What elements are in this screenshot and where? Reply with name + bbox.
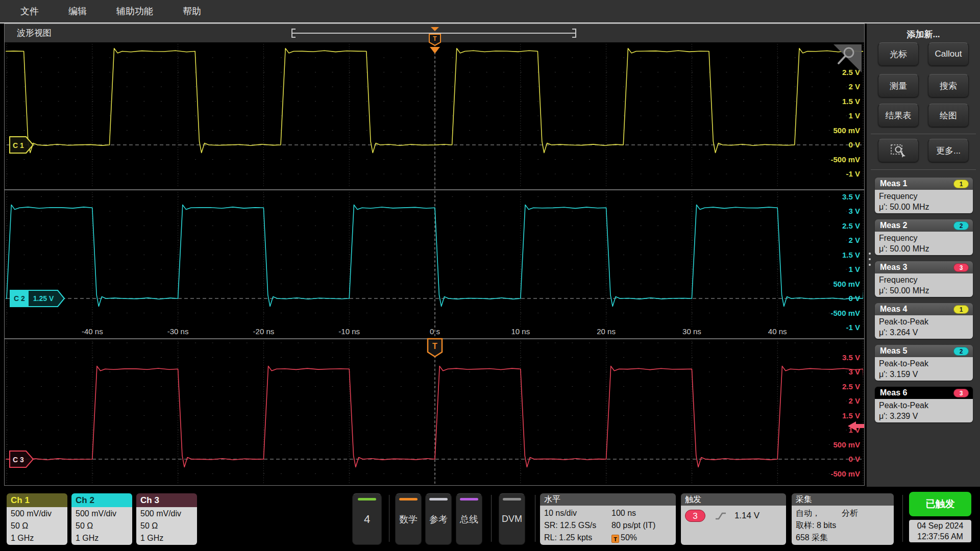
x-axis-label: 20 ns [597, 327, 616, 336]
meas-6-name: Meas 6 [880, 388, 907, 397]
time-text: 12:37:56 AM [909, 531, 971, 542]
ref-button[interactable]: 参考 [425, 493, 452, 545]
dvm-button[interactable]: DVM [499, 493, 525, 545]
x-axis-label: 40 ns [768, 327, 787, 336]
y-axis-label-ch3: -500 mV [830, 469, 860, 478]
y-axis-label-ch2: 1.5 V [842, 251, 860, 259]
y-axis-label-ch1: -500 mV [830, 155, 860, 164]
dvm-color-stripe [503, 498, 521, 500]
horizontal-panel[interactable]: 水平 10 ns/div100 ns SR: 12.5 GS/s80 ps/pt… [540, 493, 676, 545]
meas-2-source-badge: 2 [953, 221, 969, 230]
meas-1-type: Frequency [879, 191, 973, 202]
trigger-position-icon: T [611, 535, 619, 543]
y-axis-label-ch1: 2 V [848, 82, 860, 91]
meas-6-type: Peak-to-Peak [879, 400, 973, 411]
horizontal-scale: 10 ns/div [544, 507, 611, 519]
channel-2-card[interactable]: Ch 2 500 mV/div 50 Ω 1 GHz [71, 493, 132, 545]
separator [902, 495, 903, 542]
meas-4-card[interactable]: Meas 4 1 Peak-to-Peak μ': 3.264 V [875, 303, 973, 339]
meas-5-source-badge: 2 [953, 347, 969, 356]
date-text: 04 Sep 2024 [909, 520, 971, 531]
add-new-title: 添加新... [867, 29, 980, 40]
y-axis-label-ch1: 2.5 V [842, 68, 860, 77]
waveform-plot[interactable]: -40 ns-30 ns-20 ns-10 ns0 s10 ns20 ns30 … [5, 24, 864, 485]
results-table-button[interactable]: 结果表 [878, 104, 919, 127]
triggered-status: 已触发 [909, 492, 971, 516]
slice-divider [5, 189, 864, 190]
y-axis-label-ch2: 2.5 V [842, 221, 860, 230]
right-panel: 添加新... 光标 Callout 测量 搜索 结果表 绘图 更多... Mea… [867, 23, 980, 487]
meas-1-card[interactable]: Meas 1 1 Frequency μ': 50.00 MHz [875, 178, 973, 213]
channel-1-impedance: 50 Ω [11, 520, 67, 532]
menu-file[interactable]: 文件 [20, 5, 39, 17]
channel-4-color-stripe [358, 498, 376, 500]
math-label: 数学 [399, 513, 418, 525]
channel-3-card[interactable]: Ch 3 500 mV/div 50 Ω 1 GHz [136, 493, 197, 545]
menu-bar: 文件 编辑 辅助功能 帮助 [0, 0, 980, 22]
menu-help[interactable]: 帮助 [183, 5, 201, 17]
y-axis-label-ch2: 2 V [848, 236, 860, 244]
bottom-bar: Ch 1 500 mV/div 50 Ω 1 GHz Ch 2 500 mV/d… [0, 487, 980, 551]
math-color-stripe [399, 498, 418, 500]
ref-color-stripe [429, 498, 448, 500]
menu-utility[interactable]: 辅助功能 [116, 5, 153, 17]
channel-3-badge-label: C 3 [13, 456, 24, 464]
channel-3-name: Ch 3 [136, 493, 197, 507]
search-button[interactable]: 搜索 [928, 74, 969, 97]
zoom-select-button[interactable] [878, 139, 919, 162]
trigger-title: 触发 [681, 493, 786, 506]
channel-2-name: Ch 2 [71, 493, 132, 507]
menu-edit[interactable]: 编辑 [68, 5, 87, 17]
meas-6-card[interactable]: Meas 6 3 Peak-to-Peak μ': 3.239 V [875, 387, 973, 422]
x-axis-label: -30 ns [167, 327, 189, 336]
channel-3-bandwidth: 1 GHz [140, 532, 197, 544]
x-axis-label: 10 ns [511, 327, 530, 336]
meas-3-card[interactable]: Meas 3 3 Frequency μ': 50.00 MHz [875, 261, 973, 297]
measure-button[interactable]: 测量 [878, 74, 919, 97]
plot-background [5, 42, 864, 485]
y-axis-label-ch2: 3.5 V [842, 192, 860, 201]
channel-1-card[interactable]: Ch 1 500 mV/div 50 Ω 1 GHz [7, 493, 67, 545]
panel-drag-handle[interactable] [867, 249, 872, 269]
math-button[interactable]: 数学 [395, 493, 422, 545]
y-axis-label-ch2: 1 V [848, 265, 860, 273]
horizontal-window: 100 ns [611, 509, 636, 517]
y-axis-label-ch3: 2 V [848, 396, 860, 405]
channel-4-label: 4 [364, 513, 370, 526]
callout-button[interactable]: Callout [928, 42, 969, 66]
meas-4-source-badge: 1 [953, 305, 969, 314]
acquisition-analyze: 分析 [842, 509, 858, 517]
channel-4-button[interactable]: 4 [352, 493, 382, 545]
y-axis-label-ch1: 1.5 V [842, 97, 860, 106]
channel-1-name: Ch 1 [7, 493, 67, 507]
meas-2-name: Meas 2 [880, 221, 907, 230]
sample-rate: SR: 12.5 GS/s [544, 519, 611, 532]
meas-2-type: Frequency [879, 233, 973, 243]
channel-2-bandwidth: 1 GHz [76, 532, 132, 544]
bus-label: 总线 [460, 513, 478, 525]
meas-3-value: μ': 50.00 MHz [879, 285, 973, 296]
meas-3-name: Meas 3 [880, 263, 907, 271]
trigger-panel[interactable]: 触发 3 1.14 V [681, 493, 786, 545]
y-axis-label-ch1: 1 V [848, 111, 860, 120]
panel-divider [871, 169, 976, 170]
acquisition-title: 采集 [792, 493, 894, 506]
more-button[interactable]: 更多... [928, 139, 969, 162]
meas-3-type: Frequency [879, 274, 973, 285]
y-axis-label-ch3: 3 V [848, 367, 860, 376]
meas-2-card[interactable]: Meas 2 2 Frequency μ': 50.00 MHz [875, 219, 973, 255]
y-axis-label-ch3: 0 V [848, 455, 860, 463]
meas-4-type: Peak-to-Peak [879, 316, 973, 327]
acquisition-mode: 自动， [796, 509, 820, 517]
acquisition-panel[interactable]: 采集 自动，分析 取样: 8 bits 658 采集 [792, 493, 894, 545]
separator [535, 495, 535, 542]
trigger-top-arrow-icon[interactable] [431, 27, 439, 31]
plot-button[interactable]: 绘图 [928, 104, 969, 127]
meas-5-type: Peak-to-Peak [879, 358, 973, 369]
bus-button[interactable]: 总线 [456, 493, 482, 545]
cursor-button[interactable]: 光标 [878, 42, 919, 66]
meas-2-value: μ': 50.00 MHz [879, 243, 973, 254]
meas-4-value: μ': 3.264 V [879, 327, 973, 338]
meas-5-card[interactable]: Meas 5 2 Peak-to-Peak μ': 3.159 V [875, 345, 973, 381]
meas-5-name: Meas 5 [880, 346, 907, 355]
